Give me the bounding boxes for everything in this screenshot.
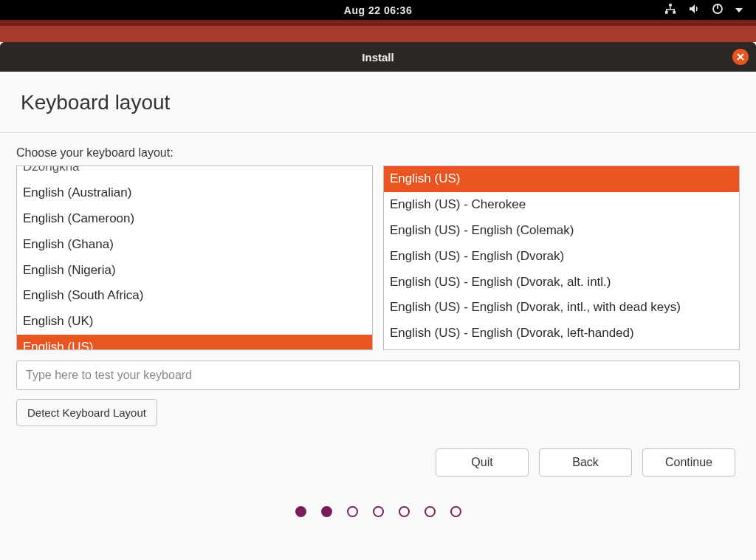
variant-item[interactable]: English (US) - Cherokee xyxy=(384,192,739,218)
variant-item[interactable]: English (US) - English (Dvorak, intl., w… xyxy=(384,295,739,321)
svg-rect-0 xyxy=(669,4,672,7)
nav-button-row: Quit Back Continue xyxy=(16,448,740,477)
variant-item[interactable]: English (US) - English (Dvorak, alt. int… xyxy=(384,270,739,296)
power-icon[interactable] xyxy=(712,3,724,17)
layout-item[interactable]: English (UK) xyxy=(17,309,372,335)
variant-item[interactable]: English (US) - English (Dvorak, left-han… xyxy=(384,321,739,346)
continue-button[interactable]: Continue xyxy=(642,448,735,477)
variants-listbox[interactable]: English (US)English (US) - CherokeeEngli… xyxy=(383,165,740,350)
detect-keyboard-layout-button[interactable]: Detect Keyboard Layout xyxy=(16,399,157,426)
layouts-listbox[interactable]: DzongkhaEnglish (Australian)English (Cam… xyxy=(16,165,373,350)
page-heading: Keyboard layout xyxy=(0,72,756,133)
chevron-down-icon[interactable] xyxy=(735,8,743,13)
installer-page: Keyboard layout Choose your keyboard lay… xyxy=(0,72,756,560)
progress-dot xyxy=(373,506,384,517)
variant-item[interactable]: English (US) - English (Colemak) xyxy=(384,218,739,244)
system-tray[interactable] xyxy=(664,0,743,20)
variant-item[interactable]: English (US) - English (Dvorak, right-ha… xyxy=(384,346,739,350)
svg-rect-6 xyxy=(674,9,675,11)
network-icon[interactable] xyxy=(664,3,676,17)
back-button[interactable]: Back xyxy=(539,448,632,477)
desktop-accent-top xyxy=(0,20,756,26)
progress-dot xyxy=(399,506,410,517)
layout-item[interactable]: English (Ghana) xyxy=(17,232,372,258)
layout-item[interactable]: English (Cameroon) xyxy=(17,206,372,232)
progress-dots xyxy=(16,506,740,517)
progress-dot xyxy=(425,506,436,517)
variant-item[interactable]: English (US) - English (Dvorak) xyxy=(384,244,739,270)
quit-button[interactable]: Quit xyxy=(436,448,529,477)
svg-rect-2 xyxy=(673,11,676,14)
window-titlebar: Install xyxy=(0,42,756,72)
clock-text: Aug 22 06:36 xyxy=(344,4,412,16)
keyboard-test-input[interactable] xyxy=(16,361,740,390)
svg-rect-1 xyxy=(665,11,668,14)
desktop-accent-band xyxy=(0,26,756,42)
layout-item[interactable]: English (US) xyxy=(17,335,372,350)
gnome-topbar: Aug 22 06:36 xyxy=(0,0,756,20)
progress-dot xyxy=(295,506,306,517)
progress-dot xyxy=(347,506,358,517)
window-title: Install xyxy=(362,51,394,64)
svg-rect-8 xyxy=(717,4,718,9)
close-icon xyxy=(737,53,744,61)
layout-item[interactable]: English (Nigeria) xyxy=(17,258,372,284)
progress-dot xyxy=(450,506,461,517)
progress-dot xyxy=(321,506,332,517)
layout-item[interactable]: English (Australian) xyxy=(17,180,372,206)
svg-rect-5 xyxy=(666,9,667,11)
choose-layout-prompt: Choose your keyboard layout: xyxy=(16,146,740,160)
layout-item[interactable]: Dzongkha xyxy=(17,165,372,180)
variant-item[interactable]: English (US) xyxy=(384,166,739,192)
window-close-button[interactable] xyxy=(732,49,749,65)
volume-icon[interactable] xyxy=(688,3,700,17)
layout-item[interactable]: English (South Africa) xyxy=(17,283,372,309)
svg-rect-4 xyxy=(666,9,675,10)
